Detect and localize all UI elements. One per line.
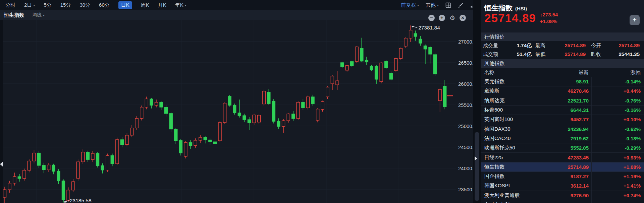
quote-item-昨收: 昨收25441.35	[591, 51, 640, 58]
chart-header-bar: 恒生指数 均线 ▾ − + ⚙ ×	[0, 10, 473, 20]
table-row-标普500[interactable]: 标普5006644.31-0.16%	[481, 106, 644, 115]
y-axis-tick: 25500.0	[458, 102, 473, 108]
quote-section-title: 行情报价	[481, 32, 644, 41]
price-change: ↑273.54	[540, 11, 558, 18]
adjust-mode-dropdown[interactable]: 前复权▾	[401, 2, 419, 8]
table-row-英国富时100[interactable]: 英国富时1009452.77+0.10%	[481, 115, 644, 124]
table-row-韩国KOSPI[interactable]: 韩国KOSPI3612.14+1.41%	[481, 181, 644, 191]
chevron-down-icon: ▾	[437, 3, 439, 7]
y-axis-tick: 23500.0	[458, 187, 473, 192]
chevron-down-icon: ▾	[185, 3, 186, 7]
expand-panel-arrow-icon[interactable]	[475, 156, 477, 160]
y-axis-tick: 26500.0	[458, 60, 473, 66]
scrollbar-thumb[interactable]	[475, 132, 479, 201]
table-row-日经225[interactable]: 日经22547283.45+0.93%	[481, 153, 644, 162]
quote-item-最低: 最低25714.89	[535, 51, 586, 58]
period-tab-2日[interactable]: 2日▾	[24, 2, 35, 8]
table-row-法国CAC40[interactable]: 法国CAC407919.62-0.18%	[481, 134, 644, 143]
table-row-美元指数[interactable]: 美元指数98.91-0.14%	[481, 77, 644, 86]
vertical-scrollbar[interactable]	[473, 0, 481, 203]
y-axis-tick: 24500.0	[458, 144, 473, 150]
period-tab-年K[interactable]: 年K▾	[175, 2, 186, 8]
ma-indicator-dropdown[interactable]: 均线 ▾	[32, 12, 45, 18]
period-tab-5分[interactable]: 5分	[44, 2, 51, 8]
quote-item-最高: 最高25714.89	[535, 43, 586, 49]
period-tab-30分[interactable]: 30分	[79, 2, 90, 8]
table-row-恒生指数[interactable]: 恒生指数25714.89+1.08%	[481, 162, 644, 172]
quote-grid: 成交量1.74亿最高25714.89今开25714.89成交额51.4亿最低25…	[481, 41, 644, 59]
chart-symbol-title: 恒生指数	[4, 12, 24, 18]
header-change: 涨幅	[591, 68, 644, 77]
quote-item-今开: 今开25714.89	[591, 43, 640, 49]
y-axis-tick: 24000.0	[458, 165, 473, 171]
period-tab-15分[interactable]: 15分	[60, 2, 71, 8]
quote-panel: 恒生指数 (HSI) 25714.89 ↑273.54 +1.08% + 行情报…	[481, 0, 644, 203]
y-axis-tick: 25000.0	[458, 123, 473, 129]
chart-left-gutter	[0, 20, 3, 203]
period-toolbar: 分时2日▾5分15分30分60分日K周K月K年K▾前复权▾其他▾	[0, 0, 481, 10]
period-tab-月K[interactable]: 月K	[158, 2, 166, 8]
index-code: (HSI)	[515, 6, 527, 11]
add-to-watchlist-button[interactable]: +	[630, 15, 640, 25]
y-axis-tick: 27000.0	[458, 39, 473, 45]
chevron-down-icon: ▾	[43, 13, 45, 17]
indices-table-body: 美元指数98.91-0.14%道琼斯46270.46+0.44%纳斯达克2252…	[481, 77, 644, 203]
indices-section-title: 其他指数	[481, 59, 644, 68]
period-tab-60分[interactable]: 60分	[99, 2, 110, 8]
period-tab-分时[interactable]: 分时	[5, 2, 15, 8]
price-change-percent: +1.08%	[540, 18, 558, 25]
quote-panel-header: 恒生指数 (HSI) 25714.89 ↑273.54 +1.08% +	[481, 0, 644, 32]
table-row-富时意大利MIB[interactable]: 富时意大利MIB43075.96+0.39%	[481, 200, 644, 203]
ma-label: 均线	[32, 12, 42, 18]
table-row-国企指数[interactable]: 国企指数9187.27+1.19%	[481, 172, 644, 181]
high-annotation: 27381.84	[418, 25, 440, 30]
zoom-out-icon[interactable]: −	[428, 15, 435, 21]
y-axis-tick: 26000.0	[458, 81, 473, 87]
table-row-道琼斯[interactable]: 道琼斯46270.46+0.44%	[481, 86, 644, 96]
chevron-down-icon: ▾	[417, 3, 419, 7]
indices-table-header: 名称 最新 涨幅	[481, 68, 644, 77]
grid-layout-icon[interactable]	[445, 2, 451, 8]
other-dropdown[interactable]: 其他▾	[426, 2, 439, 8]
brush-icon[interactable]	[458, 2, 464, 8]
period-tab-周K[interactable]: 周K	[141, 2, 149, 8]
quote-item-成交额: 成交额51.4亿	[483, 51, 532, 58]
period-tab-日K[interactable]: 日K	[118, 1, 132, 9]
chart-control-icons: − + ⚙ ×	[428, 15, 466, 21]
candlestick-chart[interactable]: 27000.026500.026000.025500.025000.024500…	[0, 20, 473, 203]
header-latest: 最新	[543, 68, 591, 77]
settings-gear-icon[interactable]: ⚙	[449, 15, 455, 21]
low-annotation: 23185.58	[70, 198, 92, 203]
quote-item-成交量: 成交量1.74亿	[483, 43, 532, 49]
table-row-德国DAX30[interactable]: 德国DAX3024236.94-0.62%	[481, 124, 644, 134]
header-name: 名称	[481, 69, 543, 76]
chevron-down-icon: ▾	[33, 3, 35, 7]
table-row-纳斯达克[interactable]: 纳斯达克22521.70-0.76%	[481, 96, 644, 106]
close-icon[interactable]: ×	[460, 15, 466, 21]
collapse-left-panel-icon[interactable]	[0, 162, 3, 166]
zoom-in-icon[interactable]: +	[439, 15, 445, 21]
last-price: 25714.89	[484, 11, 536, 25]
table-row-澳大利亚普通股[interactable]: 澳大利亚普通股9276.90+0.74%	[481, 191, 644, 200]
table-row-欧洲斯托克50[interactable]: 欧洲斯托克505552.05-0.29%	[481, 143, 644, 153]
